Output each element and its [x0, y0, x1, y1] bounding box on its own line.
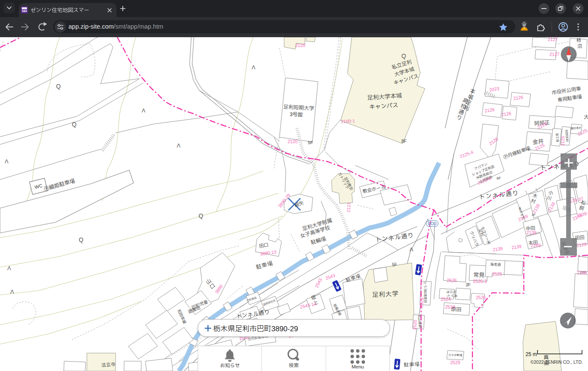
svg-text:2127: 2127: [549, 51, 560, 58]
svg-text:Λ: Λ: [410, 245, 413, 254]
svg-text:沼: 沼: [577, 43, 582, 50]
svg-text:25 m: 25 m: [526, 350, 537, 358]
svg-text:Λ: Λ: [7, 264, 11, 273]
svg-text:©2022 ZENRIN CO., LTD.: ©2022 ZENRIN CO., LTD.: [531, 359, 583, 366]
svg-text:2126: 2126: [501, 110, 512, 118]
svg-text:2125: 2125: [559, 136, 567, 146]
svg-text:2139: 2139: [511, 243, 522, 251]
svg-text:Q: Q: [79, 236, 83, 244]
svg-text:2168: 2168: [577, 270, 587, 277]
svg-text:Λ: Λ: [10, 288, 14, 296]
svg-text:Q: Q: [199, 212, 203, 221]
svg-text:Λ: Λ: [177, 141, 181, 150]
svg-text:2120: 2120: [288, 138, 298, 145]
svg-text:海老原: 海老原: [490, 262, 501, 268]
svg-text:加工場: 加工場: [555, 133, 560, 142]
svg-text:2525: 2525: [492, 271, 502, 278]
svg-text:駐車場: 駐車場: [404, 360, 420, 369]
svg-text:Q: Q: [72, 120, 77, 129]
svg-text:4F: 4F: [496, 175, 501, 181]
svg-text:2526-3: 2526-3: [473, 278, 487, 285]
svg-text:5F: 5F: [392, 262, 397, 268]
svg-text:2129-7: 2129-7: [576, 241, 588, 249]
svg-text:2120: 2120: [295, 42, 306, 49]
svg-text:2100-1: 2100-1: [341, 118, 355, 125]
svg-text:2126: 2126: [513, 94, 524, 102]
svg-text:2121: 2121: [345, 202, 353, 212]
svg-text:2169: 2169: [531, 242, 541, 249]
svg-text:2023: 2023: [489, 85, 500, 94]
svg-text:2139: 2139: [526, 230, 537, 236]
svg-text:久々宇教場: 久々宇教場: [448, 353, 463, 357]
svg-text:2139: 2139: [492, 245, 503, 253]
svg-text:法玄寺: 法玄寺: [101, 361, 116, 369]
svg-text:2520: 2520: [411, 320, 419, 330]
svg-text:2127: 2127: [548, 37, 558, 43]
svg-text:3F: 3F: [466, 282, 471, 288]
svg-text:2126: 2126: [484, 106, 495, 115]
svg-text:2524: 2524: [441, 296, 451, 303]
svg-text:2524: 2524: [445, 304, 455, 311]
svg-text:2529: 2529: [418, 297, 426, 308]
svg-text:2526: 2526: [447, 277, 457, 284]
svg-text:大: 大: [584, 113, 588, 121]
svg-text:Λ: Λ: [142, 106, 146, 115]
svg-text:8F: 8F: [401, 138, 407, 145]
svg-text:2529: 2529: [450, 359, 460, 366]
svg-text:足利大学: 足利大学: [372, 289, 399, 300]
svg-text:Λ: Λ: [5, 157, 9, 166]
svg-text:5F: 5F: [308, 139, 313, 147]
svg-text:Λ: Λ: [252, 63, 255, 72]
svg-text:2526: 2526: [476, 294, 486, 301]
svg-text:Q: Q: [56, 82, 61, 91]
svg-text:3号館: 3号館: [289, 110, 303, 119]
